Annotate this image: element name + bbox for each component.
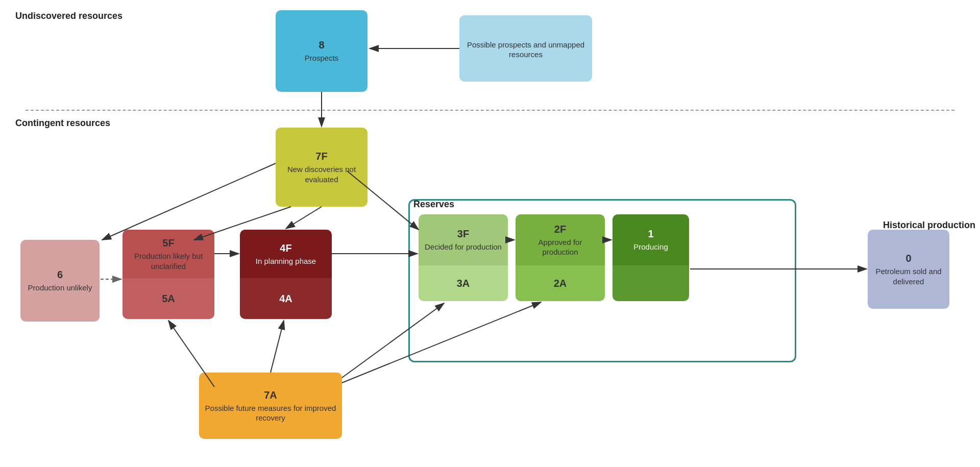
- producing-a-box: [612, 265, 689, 301]
- new-discoveries-number: 7F: [315, 150, 327, 162]
- approved-a-box: 2A: [516, 265, 605, 301]
- production-unlikely-number: 6: [57, 268, 63, 281]
- svg-line-15: [271, 321, 284, 373]
- petroleum-box: 0 Petroleum sold and delivered: [868, 230, 949, 309]
- planning-a-number: 4A: [279, 292, 292, 305]
- production-likely-f-box: 5F Production likely but unclarified: [122, 230, 214, 278]
- prod-likely-a-number: 5A: [162, 292, 175, 305]
- petroleum-label: Petroleum sold and delivered: [873, 266, 944, 286]
- svg-line-4: [102, 163, 276, 240]
- approved-f-box: 2F Approved for production: [516, 214, 605, 265]
- approved-f-number: 2F: [554, 223, 566, 235]
- contingent-label: Contingent resources: [15, 117, 110, 129]
- decided-f-label: Decided for production: [425, 242, 502, 252]
- planning-f-box: 4F In planning phase: [240, 230, 332, 278]
- planning-f-label: In planning phase: [256, 256, 316, 266]
- divider: [26, 110, 954, 111]
- future-measures-box: 7A Possible future measures for improved…: [199, 373, 342, 439]
- possible-box: Possible prospects and unmapped resource…: [459, 15, 592, 82]
- petroleum-number: 0: [905, 252, 911, 264]
- production-likely-a-box: 5A: [122, 278, 214, 319]
- approved-a-number: 2A: [554, 277, 567, 289]
- undiscovered-label: Undiscovered resources: [15, 10, 122, 22]
- production-unlikely-label: Production unlikely: [28, 283, 92, 293]
- decided-a-box: 3A: [419, 265, 508, 301]
- planning-a-box: 4A: [240, 278, 332, 319]
- prod-likely-f-number: 5F: [162, 237, 174, 249]
- new-discoveries-label: New discoveries not evaluated: [281, 164, 362, 184]
- prospects-label: Prospects: [305, 53, 339, 63]
- possible-label: Possible prospects and unmapped resource…: [465, 40, 586, 60]
- prod-likely-f-label: Production likely but unclarified: [128, 251, 209, 271]
- future-measures-label: Possible future measures for improved re…: [204, 403, 337, 423]
- producing-label: Producing: [633, 242, 668, 252]
- reserves-label: Reserves: [413, 199, 454, 210]
- planning-f-number: 4F: [280, 242, 291, 254]
- decided-f-box: 3F Decided for production: [419, 214, 508, 265]
- approved-f-label: Approved for production: [521, 237, 600, 257]
- decided-f-number: 3F: [457, 228, 469, 240]
- producing-number: 1: [648, 228, 653, 240]
- svg-line-6: [286, 207, 322, 229]
- future-measures-number: 7A: [264, 389, 277, 401]
- prospects-box: 8 Prospects: [276, 10, 368, 92]
- new-discoveries-box: 7F New discoveries not evaluated: [276, 128, 368, 207]
- prospects-number: 8: [318, 39, 324, 51]
- producing-f-box: 1 Producing: [612, 214, 689, 265]
- diagram-container: Undiscovered resources Contingent resour…: [0, 0, 980, 467]
- production-unlikely-box: 6 Production unlikely: [20, 240, 100, 322]
- decided-a-number: 3A: [457, 277, 470, 289]
